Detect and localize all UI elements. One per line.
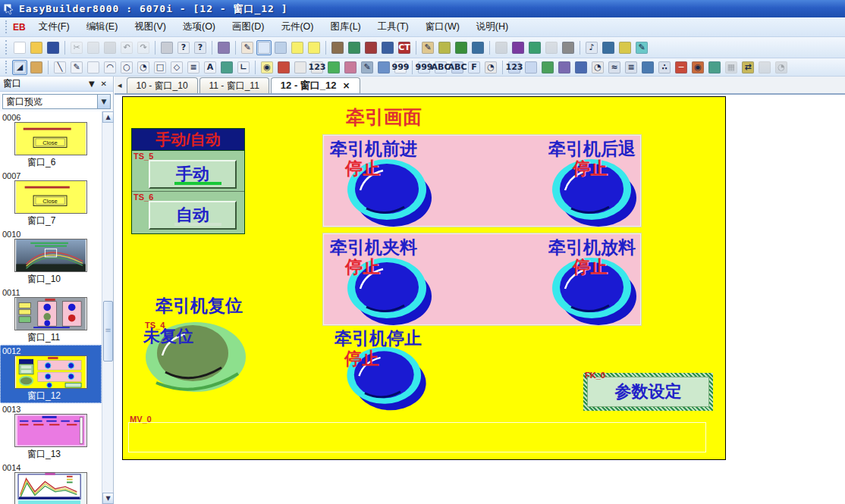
menu-item[interactable]: 视图(V) [126, 18, 174, 36]
window-item-0012[interactable]: 0012 窗口_12 [0, 345, 102, 403]
numeric-object-icon[interactable]: 999 [393, 60, 408, 75]
arc-icon[interactable]: ◠ [102, 60, 118, 75]
lamp-hio-icon[interactable] [293, 60, 308, 75]
menu-item[interactable]: 画图(D) [224, 18, 272, 36]
picture-library-icon[interactable] [527, 40, 542, 55]
menu-item[interactable]: 文件(F) [30, 18, 78, 36]
window-tab[interactable]: 10 - 窗口_10 [127, 77, 198, 93]
ct-viewer-icon[interactable]: CT [397, 40, 412, 55]
window-item-0011[interactable]: 0011 窗口_11 [0, 286, 102, 345]
menu-item[interactable]: 工具(T) [369, 18, 417, 36]
tab-close-icon[interactable]: × [343, 80, 350, 91]
cut-icon[interactable]: ✂ [69, 40, 84, 55]
forward-button[interactable] [344, 155, 436, 230]
move-shape-icon[interactable] [540, 60, 555, 75]
set-hio-icon[interactable] [523, 60, 539, 75]
save-file-icon[interactable] [46, 40, 61, 55]
backup-object-icon[interactable] [757, 60, 772, 75]
menu-item[interactable]: 说明(H) [468, 18, 517, 36]
download-icon[interactable] [380, 40, 395, 55]
pie-chart-icon[interactable]: ◔ [774, 60, 789, 75]
menu-item[interactable]: 窗口(W) [417, 18, 468, 36]
menu-item[interactable]: 元件(O) [272, 18, 322, 36]
function-key-icon[interactable]: F [466, 60, 482, 75]
auto-button[interactable]: 自动 [149, 201, 237, 230]
new-file-icon[interactable] [12, 40, 27, 55]
data-transfer-icon[interactable]: ⇄ [740, 60, 755, 75]
touch-switch-icon[interactable] [343, 60, 358, 75]
compile-icon[interactable] [347, 40, 362, 55]
paste-icon[interactable] [102, 40, 118, 55]
pen-style-icon[interactable]: ✎ [240, 40, 255, 55]
backward-button[interactable] [548, 155, 641, 230]
shape-drawer-icon[interactable] [561, 40, 576, 55]
alarm-display-icon[interactable]: ◉ [690, 60, 705, 75]
set-word-icon[interactable]: ✎ [360, 60, 375, 75]
window-tab[interactable]: 12 - 窗口_12 × [271, 77, 360, 93]
window-tab[interactable]: 11 - 窗口_11 [199, 77, 269, 93]
plug-connect-icon[interactable] [494, 40, 509, 55]
manual-button[interactable]: 手动 [149, 160, 237, 189]
window-item-0006[interactable]: 0006 Close 窗口_6 [0, 111, 102, 170]
window-item-0007[interactable]: 0007 Close 窗口_7 [0, 170, 102, 228]
cascade-windows-icon[interactable] [306, 40, 322, 55]
lamp-123-icon[interactable]: 123 [309, 60, 325, 75]
label-library-icon[interactable] [617, 40, 633, 55]
copy-icon[interactable] [86, 40, 101, 55]
recipe-table-icon[interactable] [454, 40, 469, 55]
find-address-icon[interactable] [216, 40, 231, 55]
polygon-icon[interactable]: ◇ [169, 60, 184, 75]
edit-object-icon[interactable]: ✎ [420, 40, 435, 55]
print-icon[interactable] [159, 40, 174, 55]
scroll-down-icon[interactable]: ▼ [102, 493, 114, 504]
history-table-icon[interactable]: ≡ [624, 60, 639, 75]
trend-display-icon[interactable]: ≈ [607, 60, 622, 75]
scrollbar-thumb[interactable] [103, 301, 113, 362]
object-properties-icon[interactable] [29, 60, 44, 75]
menu-item[interactable]: 选项(O) [174, 18, 224, 36]
data-monitor-icon[interactable] [470, 40, 485, 55]
animation-icon[interactable] [557, 60, 572, 75]
event-display-icon[interactable] [707, 60, 722, 75]
corner-icon[interactable]: ∟ [236, 60, 251, 75]
parameter-setting-button[interactable]: FK_0 参数设定 [583, 373, 713, 411]
picture-icon[interactable] [219, 60, 234, 75]
word-lamp-icon[interactable] [276, 60, 291, 75]
menu-item[interactable]: 编辑(E) [78, 18, 127, 36]
bit-lamp-icon[interactable]: ◉ [259, 60, 275, 75]
address-tag-icon[interactable] [437, 40, 452, 55]
string-edit-icon[interactable]: ✎ [634, 40, 649, 55]
hmi-canvas-window-12[interactable]: 牵引画面 手动/自动 TS_5 手动 TS_6 自动 牵引机前进 [122, 96, 726, 460]
bar-graph-icon[interactable] [573, 60, 589, 75]
about-help-icon[interactable]: ? [176, 40, 191, 55]
ascii-display-icon[interactable]: ABC [433, 60, 448, 75]
panel-close-icon[interactable]: ✕ [98, 80, 110, 88]
sound-library-icon[interactable]: ♪ [584, 40, 599, 55]
chevron-down-icon[interactable]: ▼ [97, 95, 110, 108]
polyline-icon[interactable] [86, 60, 101, 75]
scale-icon[interactable]: ≡ [186, 60, 201, 75]
release-button[interactable] [548, 254, 641, 328]
text-icon[interactable]: A [203, 60, 218, 75]
schedule-icon[interactable]: ▦ [724, 60, 739, 75]
sidebar-scrollbar[interactable]: ▲ ▼ [102, 111, 113, 504]
set-123-icon[interactable]: 123 [507, 60, 522, 75]
select-arrow-icon[interactable]: ◢ [12, 60, 27, 75]
group-library-icon[interactable] [544, 40, 559, 55]
freehand-pen-icon[interactable]: ✎ [69, 60, 84, 75]
multistate-object-icon[interactable] [326, 60, 341, 75]
rectangle-icon[interactable]: □ [152, 60, 168, 75]
rebuild-icon[interactable] [363, 40, 379, 55]
alarm-bar-icon[interactable]: ─ [674, 60, 689, 75]
import-library-icon[interactable] [510, 40, 526, 55]
toggle-switch-icon[interactable] [376, 60, 391, 75]
open-folder-icon[interactable] [29, 40, 44, 55]
window-frame-icon[interactable] [290, 40, 305, 55]
tab-scroll-left-icon[interactable]: ◂ [116, 80, 127, 93]
picture-view-icon[interactable] [640, 60, 655, 75]
grid-view-icon[interactable] [256, 40, 272, 55]
clamp-button[interactable] [344, 254, 436, 328]
snap-option-icon[interactable] [273, 40, 288, 55]
window-item-0014[interactable]: 0014 窗口_14 [0, 462, 102, 504]
system-parameter-icon[interactable] [330, 40, 345, 55]
